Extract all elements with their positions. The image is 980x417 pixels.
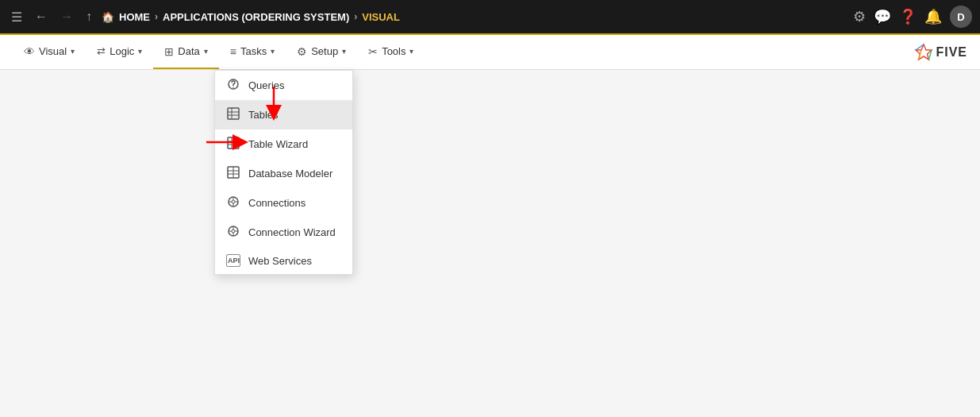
avatar[interactable]: D xyxy=(950,6,972,28)
svg-point-20 xyxy=(232,200,235,203)
data-dropdown: Queries Tables Table Wizard Database Mod… xyxy=(214,70,353,275)
connection-wizard-icon xyxy=(226,225,240,240)
five-star-icon xyxy=(914,43,933,62)
back-icon[interactable]: ← xyxy=(32,6,51,27)
dropdown-item-connection-wizard[interactable]: Connection Wizard xyxy=(215,218,352,247)
database-modeler-label: Database Modeler xyxy=(248,168,332,180)
svg-point-26 xyxy=(232,230,235,233)
breadcrumb-app[interactable]: APPLICATIONS (ORDERING SYSTEM) xyxy=(163,11,349,23)
table-wizard-label: Table Wizard xyxy=(248,138,308,150)
nav-label-visual: Visual xyxy=(39,45,67,57)
queries-icon xyxy=(226,78,240,93)
support-icon[interactable]: ⚙ xyxy=(853,8,866,25)
top-bar-left: ☰ ← → ↑ 🏠 HOME › APPLICATIONS (ORDERING … xyxy=(8,6,847,28)
home-house-icon: 🏠 xyxy=(102,11,114,23)
breadcrumb: 🏠 HOME › APPLICATIONS (ORDERING SYSTEM) … xyxy=(102,11,400,23)
five-logo: FIVE xyxy=(914,43,967,62)
connections-icon xyxy=(226,195,240,210)
five-label: FIVE xyxy=(936,45,967,60)
nav-item-tools[interactable]: ✂ Tools ▾ xyxy=(357,35,425,69)
queries-label: Queries xyxy=(248,79,285,91)
tasks-icon: ≡ xyxy=(230,45,236,58)
tools-icon: ✂ xyxy=(368,45,378,58)
nav-label-data: Data xyxy=(178,45,199,57)
nav-item-logic[interactable]: ⇄ Logic ▾ xyxy=(86,35,153,69)
logic-caret: ▾ xyxy=(138,47,142,56)
dropdown-item-database-modeler[interactable]: Database Modeler xyxy=(215,159,352,188)
nav-label-tasks: Tasks xyxy=(240,45,267,57)
nav-item-data[interactable]: ⊞ Data ▾ xyxy=(153,35,218,69)
data-caret: ▾ xyxy=(204,47,208,56)
tools-caret: ▾ xyxy=(409,47,413,56)
nav-label-logic: Logic xyxy=(110,45,134,57)
database-modeler-icon xyxy=(226,166,240,181)
notification-icon[interactable]: 🔔 xyxy=(924,8,942,25)
breadcrumb-home[interactable]: HOME xyxy=(119,11,150,23)
svg-rect-10 xyxy=(228,137,239,149)
help-icon[interactable]: ❓ xyxy=(899,8,917,25)
nav-label-tools: Tools xyxy=(382,45,405,57)
table-wizard-icon xyxy=(226,137,240,152)
top-bar-right: ⚙ 💬 ❓ 🔔 D xyxy=(853,6,972,28)
nav-item-tasks[interactable]: ≡ Tasks ▾ xyxy=(219,35,286,69)
chat-icon[interactable]: 💬 xyxy=(874,8,891,25)
visual-icon: 👁 xyxy=(24,45,35,58)
logic-icon: ⇄ xyxy=(97,45,106,57)
secondary-nav: 👁 Visual ▾ ⇄ Logic ▾ ⊞ Data ▾ ≡ Tasks ▾ … xyxy=(0,35,980,70)
connections-label: Connections xyxy=(248,197,306,209)
breadcrumb-sep-1: › xyxy=(155,11,158,22)
main-content xyxy=(0,70,980,417)
setup-icon: ⚙ xyxy=(297,45,307,58)
menu-icon[interactable]: ☰ xyxy=(8,6,25,28)
dropdown-item-queries[interactable]: Queries xyxy=(215,71,352,100)
up-icon[interactable]: ↑ xyxy=(83,6,95,27)
connection-wizard-label: Connection Wizard xyxy=(248,226,336,238)
dropdown-item-web-services[interactable]: API Web Services xyxy=(215,247,352,274)
visual-caret: ▾ xyxy=(71,47,75,56)
tables-label: Tables xyxy=(248,109,279,121)
dropdown-item-tables[interactable]: Tables xyxy=(215,100,352,129)
tables-icon xyxy=(226,107,240,122)
web-services-icon: API xyxy=(226,254,240,267)
setup-caret: ▾ xyxy=(342,47,346,56)
dropdown-item-connections[interactable]: Connections xyxy=(215,188,352,218)
nav-label-setup: Setup xyxy=(311,45,338,57)
tasks-caret: ▾ xyxy=(271,47,275,56)
top-bar: ☰ ← → ↑ 🏠 HOME › APPLICATIONS (ORDERING … xyxy=(0,0,980,35)
svg-point-5 xyxy=(233,87,234,88)
web-services-label: Web Services xyxy=(248,255,312,267)
breadcrumb-sep-2: › xyxy=(354,11,357,22)
nav-item-visual[interactable]: 👁 Visual ▾ xyxy=(13,35,86,69)
nav-item-setup[interactable]: ⚙ Setup ▾ xyxy=(286,35,357,69)
forward-icon[interactable]: → xyxy=(57,6,76,27)
dropdown-item-table-wizard[interactable]: Table Wizard xyxy=(215,129,352,159)
nav-items: 👁 Visual ▾ ⇄ Logic ▾ ⊞ Data ▾ ≡ Tasks ▾ … xyxy=(13,35,425,69)
svg-rect-6 xyxy=(228,108,239,119)
breadcrumb-active: VISUAL xyxy=(362,11,400,23)
data-icon: ⊞ xyxy=(164,45,174,58)
